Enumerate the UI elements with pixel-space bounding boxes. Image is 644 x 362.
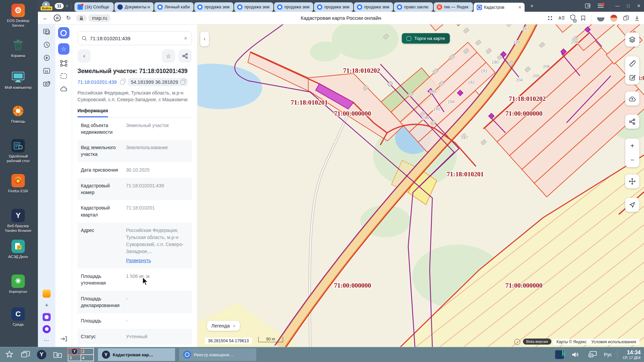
- desktop-icon-yandex-browser[interactable]: Y Веб-браузер Yandex Browser: [1, 209, 36, 233]
- close-button[interactable]: ✕: [637, 3, 641, 8]
- layers-button[interactable]: [625, 33, 639, 47]
- measure-area-icon[interactable]: [60, 59, 68, 67]
- expand-link[interactable]: Развернуть: [126, 257, 189, 264]
- tab-land-sale-3[interactable]: продажа зем: [274, 2, 313, 12]
- desktop-icon-korportal[interactable]: ✳ Корпортал: [1, 275, 36, 294]
- mail-icon[interactable]: [43, 290, 51, 298]
- select-region-icon[interactable]: [60, 72, 68, 80]
- panel-back-button[interactable]: ‹: [77, 49, 91, 63]
- torgi-checkbox[interactable]: [407, 36, 411, 41]
- copy-icon[interactable]: [180, 80, 185, 84]
- browser-menu-icon[interactable]: [598, 4, 604, 8]
- new-tab-button[interactable]: +: [528, 2, 536, 10]
- add-panel-icon[interactable]: +: [45, 302, 48, 309]
- cadastral-number-link[interactable]: 71:18:010201:439: [77, 79, 117, 85]
- zoom-in-button[interactable]: +: [625, 139, 639, 153]
- workspace-pager[interactable]: Y 2 3 4: [68, 348, 94, 361]
- favorite-star-button[interactable]: ☆: [162, 49, 175, 63]
- tab-personal-account[interactable]: Личный каби: [154, 2, 194, 12]
- chevron-down-icon[interactable]: ∨: [66, 4, 68, 8]
- map-canvas[interactable]: 187188 208190 191192 194195 196199 20620…: [198, 24, 644, 347]
- start-menu-icon[interactable]: [3, 349, 15, 361]
- workspace-2[interactable]: 2: [81, 348, 94, 355]
- cadastral-map[interactable]: 187188 208190 191192 194195 196199 20620…: [198, 24, 644, 347]
- alice-app-icon[interactable]: [43, 325, 51, 333]
- coordinates-chip[interactable]: 54.181999 36.281829: [128, 78, 188, 86]
- workspace-1-active[interactable]: Y: [68, 348, 81, 355]
- bookmark-icon[interactable]: [581, 15, 585, 21]
- taskbar-yandex-icon[interactable]: Y: [36, 349, 48, 361]
- tab-counter[interactable]: 11: [55, 3, 64, 9]
- desktop-icon-trash[interactable]: Корзина: [1, 39, 36, 58]
- terms-link[interactable]: Условия использования: [591, 340, 636, 344]
- tab-documents[interactable]: Документы н: [114, 2, 154, 12]
- map-share-button[interactable]: [625, 115, 639, 129]
- clock[interactable]: 14:34 СР, 17 ДЕК: [623, 350, 641, 360]
- desktop-icon-sreda[interactable]: С Среда: [1, 307, 36, 327]
- login-exit-icon[interactable]: [60, 335, 68, 343]
- refresh-button[interactable]: ↻: [66, 14, 71, 21]
- more-icon[interactable]: ⋯: [44, 337, 50, 344]
- panels-icon[interactable]: [43, 28, 50, 35]
- tab-close-icon[interactable]: ✕: [518, 5, 522, 10]
- ruler-button[interactable]: [625, 56, 639, 70]
- draw-button[interactable]: [625, 70, 639, 84]
- tab-messages[interactable]: (1k) Сообще: [74, 2, 114, 12]
- maximize-button[interactable]: □: [627, 3, 630, 8]
- user-avatar-icon[interactable]: [610, 14, 618, 22]
- search-clear-icon[interactable]: ✕: [184, 36, 187, 41]
- zoom-out-button[interactable]: −: [625, 153, 639, 167]
- legend-button[interactable]: Легенда ∧: [207, 321, 240, 331]
- taskbar-window-registry[interactable]: Реестр извещени…: [179, 348, 256, 361]
- tab-land-sale-5[interactable]: продажа зем: [354, 2, 393, 12]
- panel-collapse-button[interactable]: ‹: [200, 32, 209, 46]
- desktop-icon-computer[interactable]: Мой компьютер: [1, 70, 36, 90]
- copy-icon[interactable]: [120, 80, 124, 84]
- tab-land-sale-1[interactable]: продажа зем: [194, 2, 233, 12]
- folder-viewer-icon[interactable]: [52, 349, 64, 361]
- site-security-lock[interactable]: [76, 15, 87, 21]
- favorites-button[interactable]: ☆: [58, 43, 69, 55]
- tab-information[interactable]: Информация: [77, 108, 108, 117]
- locate-button[interactable]: [625, 198, 639, 212]
- tab-land-sale-2[interactable]: продажа зем: [234, 2, 273, 12]
- pan-button[interactable]: [625, 174, 639, 188]
- translate-reader-icon[interactable]: A: [558, 15, 565, 20]
- upload-button[interactable]: [625, 92, 639, 106]
- shared-tabs-icon[interactable]: [623, 15, 629, 20]
- address-bar[interactable]: map.ru: [89, 14, 110, 22]
- map-app-logo[interactable]: [58, 27, 69, 39]
- tab-law[interactable]: право заклю: [394, 2, 433, 12]
- beta-badge[interactable]: Beta-версия: [523, 339, 551, 345]
- messenger-icon[interactable]: [43, 313, 51, 321]
- desktop-icon-help[interactable]: Помощь: [1, 104, 36, 124]
- back-button[interactable]: ←: [43, 15, 48, 21]
- minimize-button[interactable]: —: [615, 3, 620, 8]
- kontur-tray-icon[interactable]: k: [555, 350, 564, 359]
- profile-button[interactable]: Войти: [41, 1, 52, 11]
- screenshot-icon[interactable]: [43, 80, 50, 87]
- search-input[interactable]: 71:18:010201:439 ✕: [77, 31, 192, 45]
- play-icon[interactable]: [43, 54, 50, 61]
- volume-icon[interactable]: [569, 349, 581, 361]
- history-icon[interactable]: [43, 41, 50, 48]
- torgi-toggle-button[interactable]: Торги на карте: [402, 33, 450, 44]
- login-badge[interactable]: Войти: [41, 6, 52, 11]
- downloads-icon[interactable]: [635, 15, 639, 21]
- tab-groups-icon[interactable]: [585, 3, 591, 9]
- workspace-3[interactable]: 3: [68, 355, 81, 361]
- alice-icon[interactable]: [597, 17, 604, 21]
- keyboard-layout[interactable]: Рус: [604, 352, 612, 357]
- share-button[interactable]: [178, 49, 192, 63]
- cloud-icon[interactable]: [60, 85, 68, 93]
- tab-land-sale-4[interactable]: продажа зем: [314, 2, 353, 12]
- desktop-icon-asd-delo[interactable]: АСЭД Дело: [1, 240, 36, 259]
- workspace-4[interactable]: 4: [81, 355, 94, 361]
- desktop-icon-eos[interactable]: ⚙ EOS Desktop Service: [1, 4, 36, 28]
- desktop-icon-firefox[interactable]: Firefox ESR: [1, 174, 36, 194]
- taskbar-window-cadastral-map[interactable]: Y Кадастровая кар…: [98, 348, 175, 361]
- info-icon[interactable]: i: [514, 339, 520, 345]
- displays-icon[interactable]: [587, 349, 599, 361]
- desktop-icon-remote-desktop[interactable]: Удалённый рабочий стол: [1, 139, 36, 164]
- show-windows-icon[interactable]: [19, 349, 32, 361]
